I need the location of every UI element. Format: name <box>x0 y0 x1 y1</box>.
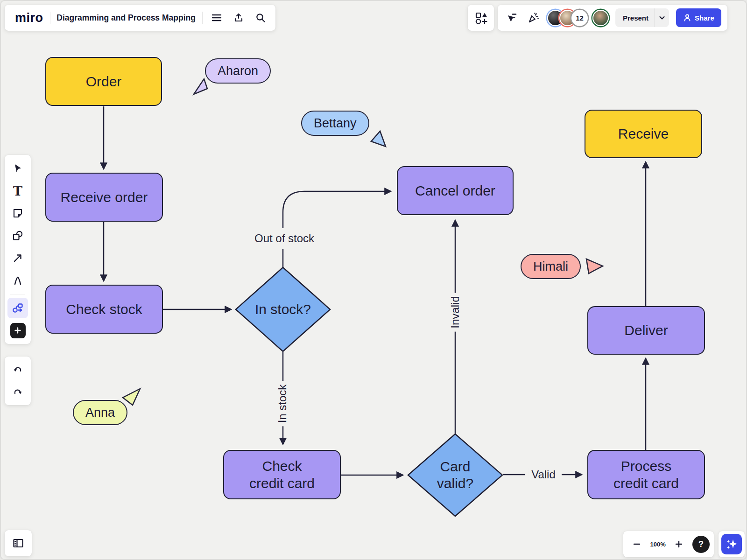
redo-button[interactable] <box>7 382 28 402</box>
flow-node-card-valid[interactable]: Card valid? <box>407 433 504 518</box>
search-button[interactable] <box>253 8 268 27</box>
flow-node-check-credit-card[interactable]: Check credit card <box>223 450 341 499</box>
flow-node-deliver[interactable]: Deliver <box>587 306 705 355</box>
cursor-pointer-aharon <box>192 77 208 96</box>
flow-node-receive-order[interactable]: Receive order <box>45 173 163 222</box>
minus-icon <box>633 540 641 548</box>
sparkles-icon <box>725 538 738 551</box>
party-popper-icon <box>527 12 539 24</box>
tool-diagramming[interactable] <box>7 298 28 318</box>
flow-node-cancel-order[interactable]: Cancel order <box>397 166 514 215</box>
frames-panel-button[interactable] <box>9 534 28 553</box>
miro-board-app: Order Receive order Check stock Cancel o… <box>0 0 747 560</box>
miro-logo[interactable]: miro <box>15 11 43 25</box>
cursor-label-anna: Anna <box>73 400 127 425</box>
node-label: Process <box>621 457 671 475</box>
cursor-pointer-bettany <box>370 130 388 148</box>
zoom-out-button[interactable] <box>627 535 646 553</box>
collaboration-bar: 12 Present Share <box>498 5 727 31</box>
history-toolbar <box>5 357 31 405</box>
cursor-label-himali: Himali <box>521 254 581 279</box>
undo-icon <box>12 364 23 375</box>
node-label: Card valid? <box>407 433 504 518</box>
tool-shapes[interactable] <box>7 225 28 246</box>
node-label: credit card <box>613 475 679 492</box>
person-icon <box>683 14 691 22</box>
node-label: Receive order <box>61 189 148 206</box>
edge-label-invalid: Invalid <box>448 293 462 331</box>
text-tool-icon: T <box>13 185 22 197</box>
share-label: Share <box>695 14 714 22</box>
export-icon <box>233 12 244 23</box>
plus-icon <box>10 323 26 338</box>
node-label: Check stock <box>66 301 142 318</box>
node-label: In stock? <box>234 266 331 353</box>
ai-assistant-card <box>719 531 745 557</box>
cursor-label-bettany: Bettany <box>301 111 369 136</box>
present-button[interactable]: Present <box>615 8 669 27</box>
divider <box>10 294 25 294</box>
node-label: Receive <box>618 125 669 143</box>
frames-panel-card <box>5 530 32 556</box>
avatar[interactable] <box>592 10 609 26</box>
cursor-pointer-anna <box>121 387 142 407</box>
divider <box>202 12 203 24</box>
node-label: Order <box>86 73 122 91</box>
tool-text[interactable]: T <box>7 181 28 201</box>
plus-icon <box>675 540 683 548</box>
present-options-toggle[interactable] <box>654 8 669 27</box>
cursor-label-aharon: Aharon <box>205 58 271 84</box>
select-cursor-icon <box>12 163 23 174</box>
avatar-stack: 12 <box>547 10 609 26</box>
flow-node-order[interactable]: Order <box>45 57 162 106</box>
pen-icon <box>12 275 23 286</box>
flow-node-process-credit-card[interactable]: Process credit card <box>587 450 705 499</box>
zoom-controls: 100% ? <box>623 531 714 557</box>
board-title[interactable]: Diagramming and Process Mapping <box>56 13 196 23</box>
connector-instock-cancel-seg2[interactable] <box>283 191 391 228</box>
undo-button[interactable] <box>7 359 28 380</box>
edge-label-out-of-stock: Out of stock <box>251 231 317 245</box>
help-button[interactable]: ? <box>692 536 710 553</box>
export-button[interactable] <box>231 8 246 27</box>
node-label: Deliver <box>624 322 668 339</box>
ai-assistant-button[interactable] <box>721 534 742 554</box>
hamburger-icon <box>211 12 222 23</box>
apps-icon <box>475 12 487 24</box>
node-label: credit card <box>249 475 315 492</box>
edge-label-valid: Valid <box>528 468 559 482</box>
collaborator-count-badge[interactable]: 12 <box>571 10 588 26</box>
zoom-in-button[interactable] <box>669 535 688 553</box>
diagramming-icon <box>12 302 24 314</box>
flow-node-receive[interactable]: Receive <box>585 110 702 158</box>
node-label: Check <box>262 457 302 475</box>
edge-label-in-stock: In stock <box>275 381 289 427</box>
sticky-note-icon <box>12 208 23 219</box>
search-icon <box>255 12 266 23</box>
apps-panel <box>468 5 494 31</box>
flow-node-check-stock[interactable]: Check stock <box>45 285 163 334</box>
tool-pen[interactable] <box>7 270 28 291</box>
arrow-icon <box>12 252 23 264</box>
tool-connection-line[interactable] <box>7 248 28 268</box>
reactions-button[interactable] <box>524 8 543 27</box>
zoom-level[interactable]: 100% <box>650 541 666 548</box>
tool-select[interactable] <box>7 158 28 179</box>
present-label: Present <box>615 14 654 22</box>
sidebar-panel-icon <box>12 537 24 549</box>
node-label: Cancel order <box>415 182 495 200</box>
tool-more-apps[interactable] <box>7 320 28 341</box>
collaborator-cursor-icon <box>506 12 518 24</box>
share-button[interactable]: Share <box>676 8 721 27</box>
tool-sticky-note[interactable] <box>7 203 28 224</box>
divider <box>50 12 50 24</box>
creation-toolbar: T <box>5 155 31 344</box>
chevron-down-icon <box>658 14 666 21</box>
apps-button[interactable] <box>472 8 490 27</box>
main-menu-button[interactable] <box>209 8 225 27</box>
board-header: miro Diagramming and Process Mapping <box>5 5 275 31</box>
flow-node-in-stock[interactable]: In stock? <box>234 266 331 353</box>
cursor-pointer-himali <box>585 258 605 275</box>
redo-icon <box>12 386 23 398</box>
hide-cursors-button[interactable] <box>502 8 521 27</box>
